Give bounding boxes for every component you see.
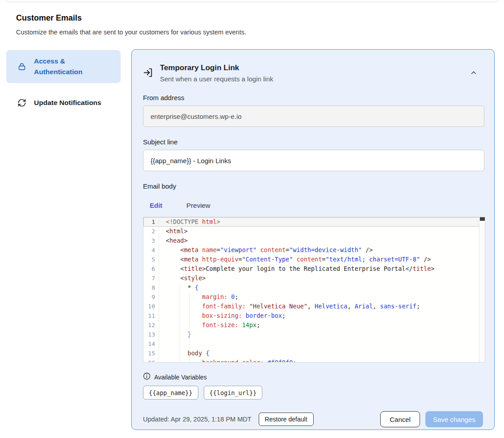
line-number: 9 [143, 292, 159, 302]
code-line: 5 <meta http-equiv="Content-Type" conten… [143, 255, 485, 264]
code-line: 12 font-size: 14px; [143, 320, 485, 330]
editor-scrollbar-thumb[interactable] [480, 217, 485, 221]
lock-icon [17, 62, 27, 72]
gutter-separator [159, 217, 159, 362]
subject-line-label: Subject line [143, 138, 483, 146]
panel-subtitle: Sent when a user requests a login link [160, 75, 273, 83]
previous-card-bottom-edge [4, 0, 500, 2]
code-line: 15 body { [143, 349, 485, 358]
footer-right: Cancel Save changes [380, 411, 483, 427]
from-address-label: From address [143, 94, 483, 101]
code-line: 11 box-sizing: border-box; [143, 311, 485, 320]
tab-preview[interactable]: Preview [180, 202, 217, 217]
panel-footer: Updated: Apr 29, 2025, 1:18 PM MDT Resto… [143, 411, 483, 427]
editor-scrollbar[interactable] [479, 217, 485, 362]
code-lines: 1<!DOCTYPE html>2<html>3<head>4 <meta na… [143, 217, 485, 362]
email-body-tabs: EditPreview [143, 202, 483, 217]
code-editor[interactable]: 1<!DOCTYPE html>2<html>3<head>4 <meta na… [143, 217, 485, 362]
code-line: 16 background-color: #f0f0f0; [143, 358, 485, 362]
login-icon [143, 67, 153, 80]
code-line: 8 * { [143, 283, 485, 292]
cancel-button[interactable]: Cancel [380, 411, 420, 427]
code-line: 4 <meta name="viewport" content="width=d… [143, 245, 485, 255]
line-number: 16 [143, 358, 159, 362]
line-number: 7 [143, 274, 159, 283]
variable-chip[interactable]: {{login_url}} [204, 386, 263, 400]
code-line: 3<head> [143, 236, 485, 245]
line-number: 10 [143, 302, 159, 311]
line-number: 11 [143, 311, 159, 320]
line-number: 5 [143, 255, 159, 264]
code-line: 1<!DOCTYPE html> [143, 217, 485, 227]
info-icon [143, 372, 151, 382]
panel-title: Temporary Login Link [160, 63, 273, 72]
sidebar: Access & AuthenticationUpdate Notificati… [6, 50, 121, 122]
code-line: 2<html> [143, 227, 485, 236]
page-subtitle: Customize the emails that are sent to yo… [16, 29, 374, 36]
indent-guide [189, 293, 190, 362]
email-body-label: Email body [143, 182, 483, 190]
subject-line-input[interactable] [143, 150, 484, 171]
restore-default-button[interactable]: Restore default [259, 413, 314, 426]
variable-chips: {{app_name}}{{login_url}} [143, 386, 483, 400]
code-line: 6 <title>Complete your login to the Repl… [143, 264, 485, 274]
panel-header-text: Temporary Login Link Sent when a user re… [160, 63, 273, 83]
line-number: 12 [143, 320, 159, 330]
variable-chip[interactable]: {{app_name}} [143, 386, 198, 400]
line-number: 6 [143, 264, 159, 274]
available-variables-header: Available Variables [143, 372, 483, 382]
chevron-up-icon[interactable] [468, 67, 479, 80]
code-line: 14 [143, 339, 485, 349]
line-number: 1 [143, 217, 159, 227]
page-header: Customer Emails Customize the emails tha… [16, 13, 374, 36]
refresh-icon [17, 98, 27, 107]
available-variables-label: Available Variables [154, 374, 207, 381]
email-settings-panel: Temporary Login Link Sent when a user re… [131, 49, 495, 430]
updated-timestamp: Updated: Apr 29, 2025, 1:18 PM MDT [143, 416, 252, 423]
sidebar-item-label: Access & Authentication [34, 56, 113, 77]
line-number: 3 [143, 236, 159, 245]
footer-left: Updated: Apr 29, 2025, 1:18 PM MDT Resto… [143, 413, 314, 426]
code-line: 13 } [143, 330, 485, 339]
panel-header: Temporary Login Link Sent when a user re… [143, 61, 483, 83]
line-number: 4 [143, 245, 159, 255]
line-number: 13 [143, 330, 159, 339]
line-number: 2 [143, 227, 159, 236]
code-line: 10 font-family: "Helvetica Neue", Helvet… [143, 302, 485, 311]
sidebar-item-label: Update Notifications [34, 97, 101, 108]
save-changes-button[interactable]: Save changes [425, 411, 483, 427]
tab-edit[interactable]: Edit [143, 202, 169, 217]
sidebar-item-update-notifications[interactable]: Update Notifications [6, 92, 121, 114]
indent-guide [180, 283, 180, 362]
line-number: 14 [143, 339, 159, 349]
line-number: 15 [143, 349, 159, 358]
code-line: 7 <style> [143, 274, 485, 283]
line-number: 8 [143, 283, 159, 292]
code-line: 9 margin: 0; [143, 292, 485, 302]
sidebar-item-access-authentication[interactable]: Access & Authentication [6, 50, 121, 83]
page-title: Customer Emails [16, 13, 374, 23]
from-address-input[interactable] [143, 105, 484, 127]
